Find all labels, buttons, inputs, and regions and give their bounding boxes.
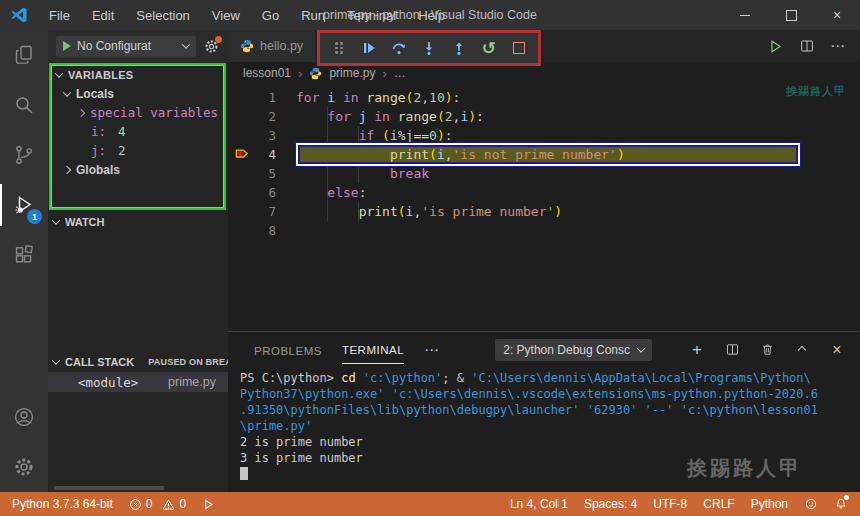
status-language[interactable]: Python xyxy=(751,497,788,511)
chevron-right-icon xyxy=(77,108,85,116)
tab-hello-py[interactable]: hello.py xyxy=(228,30,316,62)
configure-gear-button[interactable] xyxy=(203,38,220,55)
menu-go[interactable]: Go xyxy=(251,8,290,23)
source-control-icon[interactable] xyxy=(0,130,48,180)
status-cursor-position[interactable]: Ln 4, Col 1 xyxy=(510,497,568,511)
maximize-button[interactable] xyxy=(768,0,814,30)
chevron-down-icon xyxy=(52,356,60,364)
maximize-panel-button[interactable] xyxy=(793,341,811,359)
status-python-interpreter[interactable]: Python 3.7.3 64-bit xyxy=(12,497,113,511)
status-run-indicator[interactable] xyxy=(202,498,215,511)
stop-button[interactable] xyxy=(508,37,530,59)
more-actions-button[interactable]: ⋯ xyxy=(830,37,846,55)
token-paren: ) xyxy=(437,128,445,143)
code-editor[interactable]: 挨踢路人甲 1for i in range(2,10):2 for j in r… xyxy=(228,84,860,331)
menu-selection[interactable]: Selection xyxy=(125,8,200,23)
menu-view[interactable]: View xyxy=(201,8,251,23)
run-debug-icon[interactable]: 1 xyxy=(0,180,48,230)
close-button[interactable]: × xyxy=(814,0,860,30)
new-terminal-button[interactable]: + xyxy=(688,341,706,359)
debug-config-header: No Configurat xyxy=(48,30,228,62)
terminal-output[interactable]: 挨踢路人甲 PS C:\python> cd 'c:\python'; & 'C… xyxy=(228,367,860,492)
breadcrumb-symbol[interactable]: … xyxy=(394,66,406,80)
menu-file[interactable]: File xyxy=(38,8,81,23)
code-line[interactable]: 5 break xyxy=(228,164,860,183)
settings-gear-icon[interactable] xyxy=(0,442,48,492)
token-plain: : xyxy=(359,185,367,200)
frame-function: <module> xyxy=(78,375,138,390)
token-paren: ( xyxy=(398,204,406,219)
play-icon xyxy=(202,498,215,511)
extensions-icon[interactable] xyxy=(0,230,48,280)
code-text: else: xyxy=(296,185,366,200)
status-encoding[interactable]: UTF-8 xyxy=(653,497,687,511)
tab-terminal[interactable]: TERMINAL xyxy=(342,335,404,364)
editor-actions: ⋯ xyxy=(767,30,860,62)
terminal-line: Python37\python.exe' 'c:\Users\dennis\.v… xyxy=(240,386,860,402)
minimize-button[interactable] xyxy=(722,0,768,30)
step-into-button[interactable] xyxy=(418,37,440,59)
split-editor-button[interactable] xyxy=(799,38,815,54)
locals-scope-row[interactable]: Locals xyxy=(51,84,224,103)
token-num: 2 xyxy=(445,109,453,124)
code-line[interactable]: 7 print(i,'is prime number') xyxy=(228,202,860,221)
token-kw: if xyxy=(359,128,375,143)
code-line[interactable]: 4 print(i,'is not prime number') xyxy=(228,145,860,164)
breadcrumb-file[interactable]: prime.py xyxy=(329,66,375,80)
run-python-file-button[interactable] xyxy=(767,38,784,55)
variable-row-i[interactable]: i: 4 xyxy=(51,122,224,141)
restart-button[interactable]: ↺ xyxy=(478,37,500,59)
globals-scope-row[interactable]: Globals xyxy=(51,160,224,179)
status-problems[interactable]: 0 0 xyxy=(129,497,186,511)
vscode-logo-icon xyxy=(10,6,28,24)
token-plain xyxy=(296,204,359,219)
launch-config-dropdown[interactable]: No Configurat xyxy=(56,36,196,57)
title-bar: FileEditSelectionViewGoRunTerminalHelp p… xyxy=(0,0,860,30)
terminal-line: PS C:\python> cd 'c:\python'; & 'C:\User… xyxy=(240,370,860,386)
token-plain xyxy=(296,147,390,162)
search-icon[interactable] xyxy=(0,80,48,130)
step-over-button[interactable] xyxy=(388,37,410,59)
token-plain xyxy=(296,166,390,181)
explorer-icon[interactable] xyxy=(0,30,48,80)
account-icon[interactable] xyxy=(0,392,48,442)
watch-section-header[interactable]: WATCH xyxy=(48,212,228,232)
kill-terminal-trash-button[interactable] xyxy=(758,341,776,359)
code-line[interactable]: 1for i in range(2,10): xyxy=(228,88,860,107)
code-line[interactable]: 6 else: xyxy=(228,183,860,202)
token-plain xyxy=(374,128,382,143)
split-terminal-button[interactable] xyxy=(723,341,741,359)
code-line[interactable]: 2 for j in range(2,i): xyxy=(228,107,860,126)
toolbar-drag-grip[interactable] xyxy=(328,37,350,59)
stack-frame-row[interactable]: <module> prime.py xyxy=(48,372,228,392)
terminal-select-dropdown[interactable]: 2: Python Debug Consc xyxy=(495,339,652,361)
watermark: 挨踢路人甲 xyxy=(687,460,802,476)
code-line[interactable]: 8 xyxy=(228,221,860,240)
terminal-line: \prime.py' xyxy=(240,418,860,434)
paused-breakpoint-icon[interactable] xyxy=(235,146,250,161)
panel-more-tabs-button[interactable]: ⋯ xyxy=(424,341,440,359)
token-plain: : xyxy=(453,90,461,105)
variable-row-j[interactable]: j: 2 xyxy=(51,141,224,160)
panel-actions: + × xyxy=(688,341,846,359)
feedback-icon[interactable] xyxy=(804,497,818,511)
step-out-button[interactable] xyxy=(448,37,470,59)
breadcrumb-folder[interactable]: lesson01 xyxy=(243,66,291,80)
continue-button[interactable] xyxy=(358,37,380,59)
sidebar-scrollbar[interactable] xyxy=(54,486,164,490)
variables-section-header[interactable]: VARIABLES xyxy=(51,65,224,84)
notifications-bell-icon[interactable] xyxy=(834,497,848,511)
token-kw: break xyxy=(390,166,429,181)
line-number: 3 xyxy=(228,128,296,143)
status-indentation[interactable]: Spaces: 4 xyxy=(584,497,637,511)
status-eol[interactable]: CRLF xyxy=(703,497,734,511)
tab-problems[interactable]: PROBLEMS xyxy=(254,336,322,364)
callstack-section-header[interactable]: CALL STACK PAUSED ON BREAKP xyxy=(48,352,228,372)
token-plain xyxy=(296,109,327,124)
token-plain: , xyxy=(445,147,453,162)
menu-edit[interactable]: Edit xyxy=(81,8,125,23)
code-line[interactable]: 3 if (i%j==0): xyxy=(228,126,860,145)
special-variables-row[interactable]: special variables xyxy=(51,103,224,122)
status-bar: Python 3.7.3 64-bit 0 0 Ln 4, Col 1Space… xyxy=(0,492,860,516)
close-panel-button[interactable]: × xyxy=(828,341,846,359)
